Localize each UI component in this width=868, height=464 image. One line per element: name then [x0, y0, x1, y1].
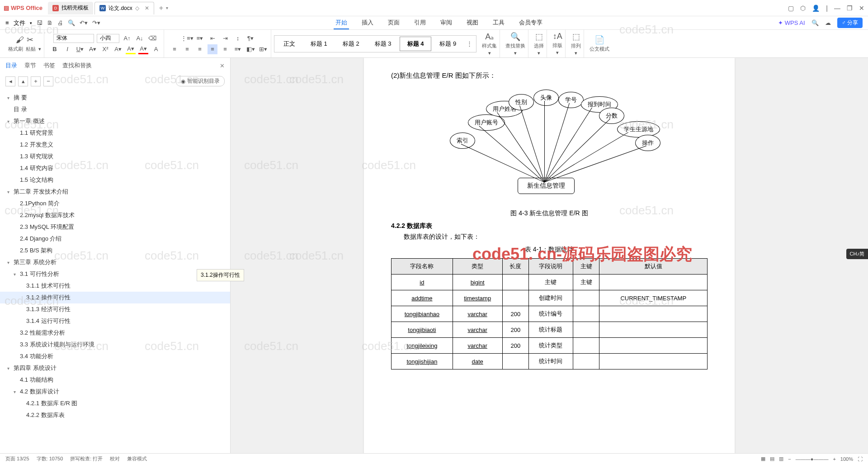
new-tab-icon[interactable]: + [159, 4, 163, 12]
outline-item[interactable]: 1.5 论文结构 [0, 174, 230, 186]
status-page[interactable]: 页面 13/25 [5, 455, 29, 462]
menu-reference[interactable]: 引用 [412, 17, 428, 29]
sidebar-close-icon[interactable]: ✕ [220, 62, 225, 69]
status-wordcount[interactable]: 字数: 10750 [37, 455, 63, 462]
outline-item[interactable]: ▾4.2 数据库设计 [0, 386, 230, 398]
clear-format-icon[interactable]: ⌫ [147, 33, 157, 43]
style-h2[interactable]: 标题 2 [335, 37, 367, 51]
zoom-value[interactable]: 100% [840, 456, 853, 462]
sidebar-tab-bookmark[interactable]: 书签 [43, 62, 55, 70]
outline-item[interactable]: ▾摘 要 [0, 92, 230, 104]
preview-icon[interactable]: 🔍 [68, 19, 75, 26]
outline-item[interactable]: 3.1.2 操作可行性 [0, 292, 230, 303]
superscript-icon[interactable]: X² [100, 44, 110, 54]
cut-icon[interactable]: ✂ [27, 35, 33, 45]
zoom-out-icon[interactable]: − [788, 456, 791, 462]
shading-icon[interactable]: ◧▾ [245, 44, 255, 54]
outline-item[interactable]: 1.3 研究现状 [0, 151, 230, 162]
print-icon[interactable]: 🖨 [57, 19, 63, 26]
outline-item[interactable]: 目 录 [0, 104, 230, 115]
font-name-select[interactable] [53, 34, 94, 43]
show-marks-icon[interactable]: ¶▾ [245, 33, 255, 43]
sidebar-tab-toc[interactable]: 目录 [5, 62, 17, 70]
align-center-icon[interactable]: ≡ [182, 44, 192, 54]
paste-button[interactable]: 粘贴 [26, 46, 36, 52]
outline-item[interactable]: 4.1 功能结构 [0, 374, 230, 386]
save-icon[interactable]: 🖫 [37, 19, 42, 26]
align-justify-icon[interactable]: ≡ [208, 44, 217, 54]
highlight-icon[interactable]: A▾ [126, 44, 136, 54]
strike-icon[interactable]: A̶▾ [88, 44, 98, 54]
hamburger-icon[interactable]: ≡ [5, 19, 9, 26]
phonetic-icon[interactable]: A▾ [113, 44, 123, 54]
style-h3[interactable]: 标题 3 [368, 37, 399, 51]
file-menu[interactable]: 文件 [14, 19, 25, 27]
char-border-icon[interactable]: A [151, 44, 161, 54]
font-color-icon[interactable]: A▾ [138, 44, 148, 54]
find-group[interactable]: 🔍查找替换▾ [503, 30, 528, 57]
style-normal[interactable]: 正文 [276, 37, 302, 51]
font-size-select[interactable] [97, 34, 119, 43]
cloud-icon[interactable]: ☁ [825, 19, 831, 26]
sort-group[interactable]: ↕A排版▾ [550, 30, 566, 57]
outline-item[interactable]: ▾第二章 开发技术介绍 [0, 186, 230, 198]
outline-item[interactable]: 2.5 B/S 架构 [0, 245, 230, 256]
menu-view[interactable]: 视图 [465, 17, 480, 29]
number-list-icon[interactable]: ≡▾ [195, 33, 205, 43]
bullet-list-icon[interactable]: ⋮≡▾ [182, 33, 192, 43]
style-h9[interactable]: 标题 9 [432, 37, 463, 51]
tab-document[interactable]: W 论文.docx ◇ ✕ [94, 2, 154, 14]
outline-item[interactable]: 1.4 研究内容 [0, 162, 230, 174]
outline-add-icon[interactable]: + [31, 76, 41, 86]
outline-item[interactable]: 2.4 Django 介绍 [0, 233, 230, 245]
zoom-in-icon[interactable]: + [833, 456, 835, 462]
official-group[interactable]: 📄公文模式 [587, 30, 612, 57]
fit-icon[interactable]: ⛶ [858, 456, 863, 462]
outline-item[interactable]: 2.2mysql 数据库技术 [0, 209, 230, 221]
format-painter-icon[interactable]: 🖌 [16, 35, 24, 45]
document-area[interactable]: (2)新生信息管理 E/R 图如下所示： 新生信息管理 索引用户账号用户姓名性别… [231, 58, 868, 453]
view-mode-icon[interactable]: ▦ [761, 456, 765, 462]
decrease-font-icon[interactable]: A↓ [135, 33, 145, 43]
outline-item[interactable]: 1.1 研究背景 [0, 127, 230, 139]
outline-item[interactable]: 3.1.3 经济可行性 [0, 303, 230, 315]
zoom-slider[interactable]: ———●——— [796, 456, 829, 462]
outline-item[interactable]: ▾3.1 可行性分析 [0, 268, 230, 280]
menu-insert[interactable]: 插入 [360, 17, 375, 29]
menu-home[interactable]: 开始 [334, 17, 349, 29]
status-spellcheck[interactable]: 拼写检查: 打开 [70, 455, 103, 462]
view-outline-icon[interactable]: ▥ [779, 456, 783, 462]
menu-vip[interactable]: 会员专享 [517, 17, 544, 29]
outline-item[interactable]: 4.2.1 数据库 E/R 图 [0, 398, 230, 409]
indent-dec-icon[interactable]: ⇤ [208, 33, 217, 43]
outline-item[interactable]: 3.2 性能需求分析 [0, 327, 230, 339]
sidebar-tab-chapter[interactable]: 章节 [24, 62, 36, 70]
window-mode-icon[interactable]: ▢ [788, 5, 794, 12]
close-window-icon[interactable]: ✕ [859, 5, 864, 12]
format-painter-button[interactable]: 格式刷 [8, 46, 23, 52]
smart-toc-button[interactable]: ◉ 智能识别目录 [176, 76, 225, 86]
outline-item[interactable]: ▾第四章 系统设计 [0, 362, 230, 374]
outline-remove-icon[interactable]: − [43, 76, 53, 86]
status-compat[interactable]: 兼容模式 [127, 455, 147, 462]
line-spacing-icon[interactable]: ≡▾ [233, 44, 243, 54]
border-icon[interactable]: ⊞▾ [258, 44, 268, 54]
align-right-icon[interactable]: ≡ [195, 44, 205, 54]
outline-item[interactable]: 3.1.4 运行可行性 [0, 315, 230, 327]
outline-item[interactable]: ▾第三章 系统分析 [0, 256, 230, 268]
status-proof[interactable]: 校对 [110, 455, 120, 462]
style-h4[interactable]: 标题 4 [400, 37, 432, 51]
tab-pin-icon[interactable]: ◇ [135, 5, 139, 11]
style-h1[interactable]: 标题 1 [303, 37, 335, 51]
view-web-icon[interactable]: ▤ [770, 456, 774, 462]
outline-collapse-icon[interactable]: ◂ [5, 76, 15, 86]
italic-icon[interactable]: I [62, 44, 72, 54]
outline-item[interactable]: ▾第一章 概述 [0, 115, 230, 127]
menu-review[interactable]: 审阅 [439, 17, 454, 29]
increase-font-icon[interactable]: A↑ [122, 33, 132, 43]
wps-ai-button[interactable]: ✦ WPS AI [778, 19, 805, 26]
outline-item[interactable]: 4.2.2 数据库表 [0, 409, 230, 421]
cube-icon[interactable]: ⬡ [800, 5, 806, 12]
styleset-group[interactable]: Aₐ样式集▾ [479, 30, 500, 57]
outline-item[interactable]: 2.1Python 简介 [0, 198, 230, 209]
